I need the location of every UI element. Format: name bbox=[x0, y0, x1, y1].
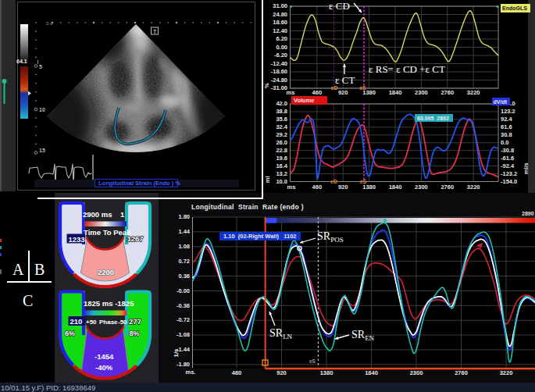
svg-text:1233: 1233 bbox=[69, 235, 85, 244]
svg-text:8%: 8% bbox=[130, 330, 140, 337]
svg-text:210: 210 bbox=[70, 317, 83, 326]
svg-text:-40%: -40% bbox=[95, 363, 113, 372]
svg-text:+50: +50 bbox=[86, 319, 97, 326]
svg-text:1825 ms -1825: 1825 ms -1825 bbox=[84, 299, 134, 308]
svg-text:Phase: Phase bbox=[99, 319, 118, 326]
svg-text:6%: 6% bbox=[65, 330, 75, 337]
svg-text:-1454: -1454 bbox=[95, 352, 114, 361]
svg-text:1267: 1267 bbox=[127, 234, 144, 243]
svg-text:277: 277 bbox=[129, 317, 141, 326]
svg-text:2900 ms: 2900 ms bbox=[83, 210, 112, 219]
svg-text:Time To Peak: Time To Peak bbox=[84, 228, 131, 237]
svg-text:2200: 2200 bbox=[98, 268, 114, 276]
svg-text:-50: -50 bbox=[118, 319, 127, 326]
svg-text:1: 1 bbox=[120, 210, 125, 219]
